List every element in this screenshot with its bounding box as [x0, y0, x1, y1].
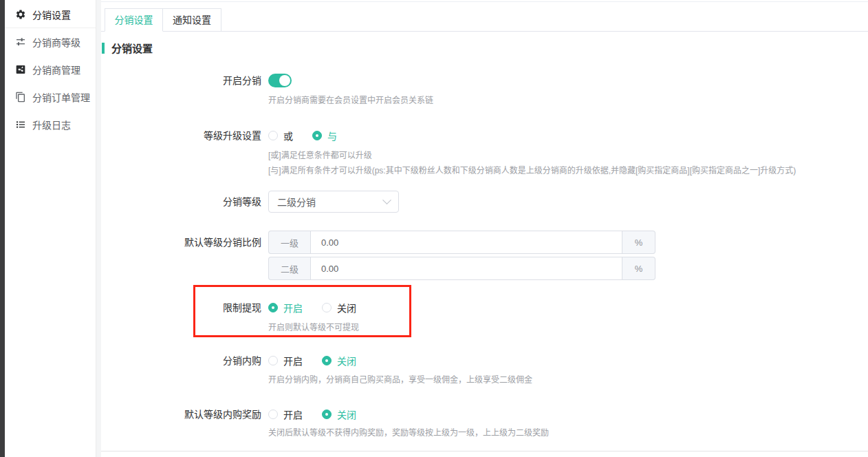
section-accent-bar — [102, 43, 105, 54]
radio-withdraw-off-label[interactable]: 关闭 — [337, 301, 356, 315]
ratio-row-level1: 一级 0.00 % — [268, 231, 655, 254]
sidebar-item-distributor-level[interactable]: 分销商等级 — [5, 28, 96, 56]
input-prefix: 一级 — [268, 231, 310, 254]
select-value: 二级分销 — [277, 195, 316, 209]
input-suffix: % — [622, 257, 655, 280]
field-label: 等级升级设置 — [101, 129, 268, 142]
tab-notification-settings[interactable]: 通知设置 — [163, 8, 221, 31]
page-title: 分销设置 — [111, 41, 153, 55]
sidebar-item-label: 分销设置 — [32, 8, 71, 21]
layout-gutter — [96, 0, 101, 457]
form-row-ratio: 默认等级分销比例 一级 0.00 % 二级 0.00 % — [101, 231, 823, 280]
radio-and-label[interactable]: 与 — [327, 129, 337, 142]
sidebar-item-label: 分销订单管理 — [32, 90, 90, 104]
section-header: 分销设置 — [102, 41, 153, 55]
main-panel: 分销设置 通知设置 分销设置 开启分销 开启分销商需要在会员设置中开启会员关系链… — [101, 1, 868, 451]
sidebar-item-label: 分销商等级 — [32, 35, 80, 49]
radio-internal-on[interactable] — [268, 356, 278, 365]
form-row-level: 分销等级 二级分销 — [101, 191, 823, 213]
radio-withdraw-on-label[interactable]: 开启 — [283, 301, 303, 315]
field-help: 关闭后默认等级不获得内购奖励，奖励等级按上级为一级，上上级为二级奖励 — [268, 427, 823, 438]
radio-internal-off[interactable] — [322, 356, 332, 365]
input-prefix: 二级 — [268, 257, 310, 280]
ratio-level2-input[interactable]: 0.00 — [310, 257, 622, 280]
radio-or-label[interactable]: 或 — [283, 129, 293, 142]
ratio-level1-input[interactable]: 0.00 — [310, 231, 622, 254]
ratio-row-level2: 二级 0.00 % — [268, 257, 655, 280]
radio-reward-off[interactable] — [322, 410, 332, 419]
tab-distribution-settings[interactable]: 分销设置 — [105, 8, 163, 32]
field-label: 开启分销 — [101, 74, 268, 87]
sidebar: 分销设置 分销商等级 分销商管理 分销订单管理 升级日志 — [5, 0, 96, 457]
gear-icon — [15, 9, 26, 20]
field-label: 限制提现 — [101, 301, 268, 315]
sidebar-item-distribution-settings[interactable]: 分销设置 — [5, 1, 96, 28]
sidebar-item-order-manage[interactable]: 分销订单管理 — [5, 83, 96, 111]
radio-internal-on-label[interactable]: 开启 — [283, 354, 303, 368]
distribution-level-select[interactable]: 二级分销 — [268, 191, 399, 213]
radio-internal-off-label[interactable]: 关闭 — [337, 354, 356, 368]
form-row-upgrade-rule: 等级升级设置 或 与 [或]满足任意条件都可以升级 [与]满足所有条件才可以升级… — [101, 129, 823, 176]
form-row-internal-reward: 默认等级内购奖励 开启 关闭 关闭后默认等级不获得内购奖励，奖励等级按上级为一级… — [101, 407, 823, 438]
sidebar-item-label: 升级日志 — [32, 118, 71, 131]
field-label: 默认等级分销比例 — [101, 231, 268, 249]
form-row-enable: 开启分销 开启分销商需要在会员设置中开启会员关系链 — [101, 74, 823, 106]
radio-or[interactable] — [268, 131, 278, 140]
field-help: [与]满足所有条件才可以升级(ps:其中下级粉丝人数和下级分销商人数是上级分销商… — [268, 165, 823, 176]
tabbar: 分销设置 通知设置 — [105, 8, 221, 32]
radio-reward-on-label[interactable]: 开启 — [283, 407, 303, 421]
collapsed-nav-strip — [0, 0, 5, 457]
sidebar-item-distributor-manage[interactable]: 分销商管理 — [5, 56, 96, 83]
field-label: 默认等级内购奖励 — [101, 407, 268, 421]
field-help: 开启分销商需要在会员设置中开启会员关系链 — [268, 95, 823, 106]
sidebar-item-label: 分销商管理 — [32, 63, 80, 76]
app-window: 分销设置 分销商等级 分销商管理 分销订单管理 升级日志 — [0, 0, 868, 457]
form-row-withdraw-limit: 限制提现 开启 关闭 开启则默认等级不可提现 — [101, 301, 823, 333]
copy-icon — [15, 92, 26, 103]
radio-reward-off-label[interactable]: 关闭 — [337, 407, 356, 421]
field-label: 分销等级 — [101, 191, 268, 209]
chevron-down-icon — [382, 195, 391, 204]
field-help: 开启则默认等级不可提现 — [268, 322, 823, 333]
radio-and[interactable] — [312, 131, 322, 140]
radio-withdraw-on[interactable] — [268, 303, 278, 312]
input-suffix: % — [622, 231, 655, 254]
sidebar-item-upgrade-log[interactable]: 升级日志 — [5, 111, 96, 138]
sliders-icon — [15, 36, 26, 47]
list-icon — [15, 119, 26, 130]
form-row-internal-purchase: 分销内购 开启 关闭 开启分销内购，分销商自己购买商品，享受一级佣金，上级享受二… — [101, 354, 823, 385]
field-help: [或]满足任意条件都可以升级 — [268, 150, 823, 161]
enable-distribution-toggle[interactable] — [268, 74, 292, 87]
radio-withdraw-off[interactable] — [322, 303, 332, 312]
field-label: 分销内购 — [101, 354, 268, 368]
radio-reward-on[interactable] — [268, 410, 278, 419]
field-help: 开启分销内购，分销商自己购买商品，享受一级佣金，上级享受二级佣金 — [268, 374, 823, 385]
share-square-icon — [15, 64, 26, 75]
